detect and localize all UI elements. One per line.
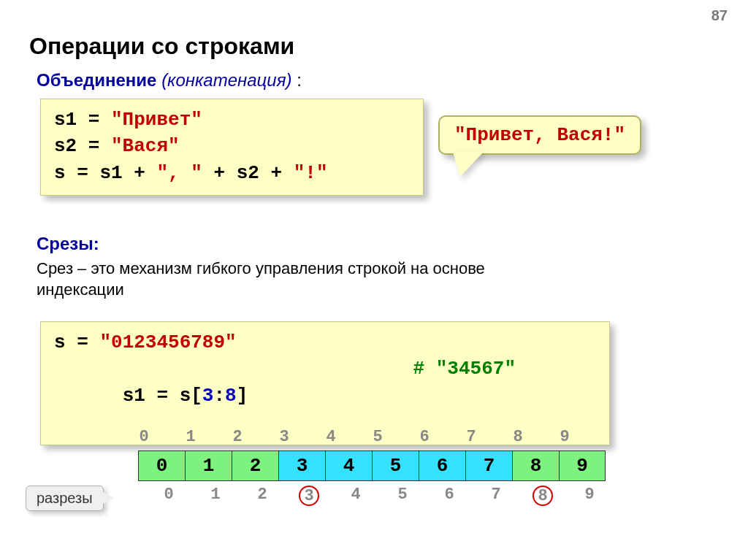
code-line: s = s1 + ", " + s2 + "!": [54, 160, 410, 186]
code-block-concat: s1 = "Привет" s2 = "Вася" s = s1 + ", " …: [40, 99, 424, 196]
index-row-bottom: 0 1 2 3 4 5 6 7 8 9: [145, 486, 679, 506]
cell-selected: 3: [278, 450, 325, 481]
index-bot: 9: [566, 486, 613, 506]
code-number: 3: [202, 385, 214, 407]
page-number: 87: [711, 7, 728, 24]
cell-selected: 7: [465, 450, 512, 481]
code-line: s1 = s[3:8] # "34567": [54, 356, 596, 435]
page-title: Операции со строками: [29, 33, 294, 60]
code-text: ]: [237, 385, 248, 407]
code-text: s1 = s[: [123, 385, 202, 407]
code-string: ", ": [156, 162, 202, 184]
index-bot: 2: [239, 486, 286, 506]
index-bot: 5: [379, 486, 426, 506]
cell: 2: [232, 450, 278, 481]
index-bot: 0: [145, 486, 192, 506]
cell: 1: [185, 450, 232, 481]
code-text: :: [213, 385, 225, 407]
concat-label-italic: (конкатенация): [161, 70, 291, 90]
cell: 9: [559, 450, 606, 481]
index-top: 2: [214, 428, 261, 446]
index-top: 3: [261, 428, 308, 446]
index-top: 8: [495, 428, 541, 446]
code-line: s2 = "Вася": [54, 133, 410, 159]
circle-marker-icon: 8: [533, 486, 553, 506]
index-bot: 6: [426, 486, 473, 506]
cell-selected: 6: [419, 450, 465, 481]
index-top: 4: [308, 428, 354, 446]
index-bot: 4: [332, 486, 379, 506]
concat-colon: :: [291, 70, 301, 90]
cell: 8: [512, 450, 559, 481]
index-bot: 1: [192, 486, 239, 506]
cell: 0: [138, 450, 185, 481]
code-text: + s2 +: [202, 162, 294, 184]
code-comment: # "34567": [413, 356, 596, 435]
index-top: 6: [401, 428, 448, 446]
cuts-label-callout: разрезы: [26, 486, 104, 511]
cells-row: 0 1 2 3 4 5 6 7 8 9: [138, 450, 679, 481]
index-top: 1: [167, 428, 214, 446]
code-block-slice: s = "0123456789" s1 = s[3:8] # "34567": [40, 321, 610, 445]
index-top: 9: [541, 428, 588, 446]
code-string: "Привет": [111, 109, 202, 131]
code-string: "Вася": [111, 135, 180, 157]
index-bot: 8: [519, 486, 566, 506]
result-callout: "Привет, Вася!": [438, 115, 641, 155]
index-top: 7: [448, 428, 495, 446]
code-text: s = s1 +: [54, 162, 156, 184]
index-row-top: 0 1 2 3 4 5 6 7 8 9: [121, 428, 679, 446]
section-slices-heading: Срезы:: [37, 234, 99, 254]
code-string: "!": [294, 162, 328, 184]
cell-selected: 4: [325, 450, 372, 481]
concat-label-bold: Объединение: [37, 70, 156, 90]
code-text: s1 =: [54, 109, 111, 131]
circle-marker-icon: 3: [299, 486, 319, 506]
code-number: 8: [225, 385, 237, 407]
code-string: "0123456789": [99, 331, 236, 353]
index-bot: 7: [473, 486, 519, 506]
index-top: 0: [121, 428, 167, 446]
cell-selected: 5: [372, 450, 419, 481]
index-top: 5: [354, 428, 401, 446]
code-text: s2 =: [54, 135, 111, 157]
code-text: s =: [54, 331, 99, 353]
index-diagram: 0 1 2 3 4 5 6 7 8 9 0 1 2 3 4 5 6 7 8 9 …: [138, 428, 679, 506]
index-bot: 3: [286, 486, 332, 506]
code-line: s1 = "Привет": [54, 107, 410, 133]
section-slices-desc: Срез – это механизм гибкого управления с…: [37, 258, 562, 300]
code-line: s = "0123456789": [54, 329, 596, 356]
section-concat-heading: Объединение (конкатенация) :: [37, 70, 302, 91]
